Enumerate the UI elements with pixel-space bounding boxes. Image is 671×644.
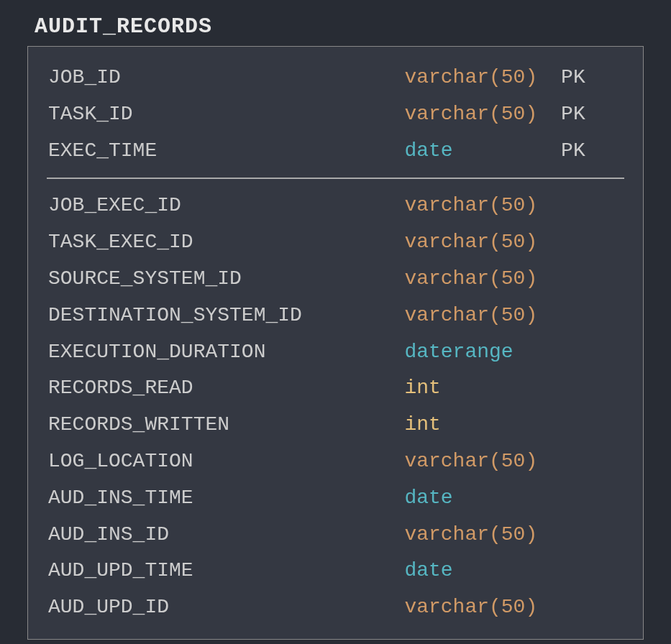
table-row: AUD_UPD_TIMEdate bbox=[28, 553, 643, 589]
pk-section: JOB_IDvarchar(50)PKTASK_IDvarchar(50)PKE… bbox=[28, 60, 643, 169]
column-type: varchar(50) bbox=[404, 226, 554, 259]
column-key bbox=[554, 409, 623, 441]
column-name: AUD_UPD_ID bbox=[48, 592, 404, 624]
table-row: DESTINATION_SYSTEM_IDvarchar(50) bbox=[28, 298, 643, 334]
table-box: JOB_IDvarchar(50)PKTASK_IDvarchar(50)PKE… bbox=[27, 46, 644, 640]
table-diagram: AUDIT_RECORDS JOB_IDvarchar(50)PKTASK_ID… bbox=[27, 14, 644, 640]
column-name: RECORDS_WRITTEN bbox=[48, 409, 404, 441]
column-type: date bbox=[404, 135, 554, 167]
column-type: int bbox=[404, 372, 554, 405]
column-name: EXECUTION_DURATION bbox=[48, 336, 404, 369]
pk-divider bbox=[47, 178, 624, 179]
columns-section: JOB_EXEC_IDvarchar(50)TASK_EXEC_IDvarcha… bbox=[28, 188, 643, 626]
column-name: TASK_EXEC_ID bbox=[48, 226, 404, 259]
table-row: AUD_INS_TIMEdate bbox=[28, 480, 643, 517]
column-name: AUD_INS_ID bbox=[48, 519, 404, 551]
table-row: EXEC_TIMEdatePK bbox=[28, 133, 643, 170]
table-row: JOB_EXEC_IDvarchar(50) bbox=[28, 188, 643, 224]
table-row: RECORDS_READint bbox=[28, 370, 643, 407]
column-key: PK bbox=[554, 62, 623, 94]
column-key bbox=[554, 372, 623, 405]
column-key bbox=[554, 555, 623, 587]
column-name: AUD_INS_TIME bbox=[48, 482, 404, 515]
column-key bbox=[554, 263, 623, 295]
column-key bbox=[554, 190, 623, 222]
column-type: daterange bbox=[404, 336, 554, 369]
table-name: AUDIT_RECORDS bbox=[27, 14, 644, 39]
column-key bbox=[554, 300, 623, 332]
table-row: AUD_UPD_IDvarchar(50) bbox=[28, 589, 643, 626]
column-key bbox=[554, 446, 623, 478]
column-key bbox=[554, 519, 623, 551]
column-name: JOB_EXEC_ID bbox=[48, 190, 404, 222]
column-name: EXEC_TIME bbox=[48, 135, 404, 167]
column-type: varchar(50) bbox=[404, 446, 554, 478]
column-type: varchar(50) bbox=[404, 263, 554, 295]
column-type: varchar(50) bbox=[404, 62, 554, 94]
column-key bbox=[554, 482, 623, 515]
column-type: varchar(50) bbox=[404, 592, 554, 624]
table-row: AUD_INS_IDvarchar(50) bbox=[28, 517, 643, 553]
column-name: RECORDS_READ bbox=[48, 372, 404, 405]
column-key bbox=[554, 226, 623, 259]
column-name: JOB_ID bbox=[48, 62, 404, 94]
column-name: DESTINATION_SYSTEM_ID bbox=[48, 300, 404, 332]
column-name: TASK_ID bbox=[48, 98, 404, 131]
table-row: EXECUTION_DURATIONdaterange bbox=[28, 334, 643, 371]
column-key bbox=[554, 336, 623, 369]
column-type: date bbox=[404, 482, 554, 515]
table-row: JOB_IDvarchar(50)PK bbox=[28, 60, 643, 96]
table-row: TASK_EXEC_IDvarchar(50) bbox=[28, 224, 643, 261]
column-key: PK bbox=[554, 135, 623, 167]
column-type: varchar(50) bbox=[404, 300, 554, 332]
table-row: RECORDS_WRITTENint bbox=[28, 407, 643, 443]
column-type: varchar(50) bbox=[404, 190, 554, 222]
column-type: varchar(50) bbox=[404, 519, 554, 551]
table-row: TASK_IDvarchar(50)PK bbox=[28, 96, 643, 133]
column-name: LOG_LOCATION bbox=[48, 446, 404, 478]
column-type: varchar(50) bbox=[404, 98, 554, 131]
table-row: SOURCE_SYSTEM_IDvarchar(50) bbox=[28, 261, 643, 298]
column-name: SOURCE_SYSTEM_ID bbox=[48, 263, 404, 295]
table-row: LOG_LOCATIONvarchar(50) bbox=[28, 443, 643, 480]
column-type: date bbox=[404, 555, 554, 587]
column-key bbox=[554, 592, 623, 624]
column-key: PK bbox=[554, 98, 623, 131]
column-type: int bbox=[404, 409, 554, 441]
column-name: AUD_UPD_TIME bbox=[48, 555, 404, 587]
